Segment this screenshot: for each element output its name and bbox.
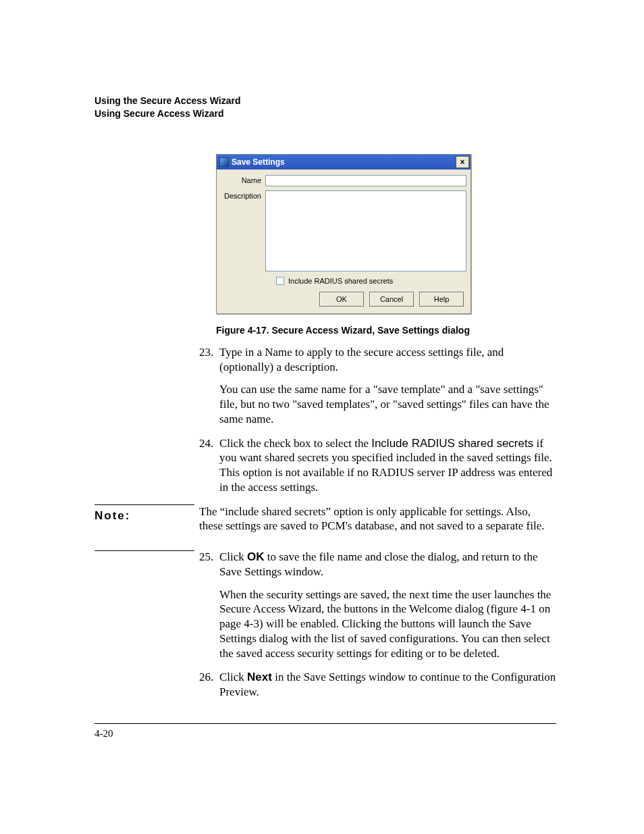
include-secrets-label: Include RADIUS shared secrets bbox=[288, 277, 393, 285]
button-row: OK Cancel Help bbox=[221, 292, 466, 309]
name-input[interactable] bbox=[265, 175, 466, 186]
step-26: 26. Click Next in the Save Settings wind… bbox=[199, 670, 556, 700]
ui-term: OK bbox=[247, 550, 265, 563]
header-line2: Using Secure Access Wizard bbox=[95, 107, 556, 120]
close-icon: × bbox=[460, 158, 464, 166]
include-secrets-checkbox[interactable] bbox=[276, 277, 284, 285]
figure: Save Settings × Name Description Include bbox=[216, 154, 556, 336]
body-column: 23. Type in a Name to apply to the secur… bbox=[199, 345, 556, 700]
ok-button[interactable]: OK bbox=[319, 292, 364, 307]
step-24: 24. Click the check box to select the In… bbox=[199, 436, 556, 495]
description-input[interactable] bbox=[265, 190, 466, 271]
checkbox-row: Include RADIUS shared secrets bbox=[276, 277, 466, 285]
note-label: Note: bbox=[95, 509, 130, 523]
note-rule bbox=[95, 504, 194, 505]
step-number: 24. bbox=[199, 436, 219, 495]
cancel-button[interactable]: Cancel bbox=[369, 292, 414, 307]
step-text: Click Next in the Save Settings window t… bbox=[219, 670, 556, 700]
note-rule bbox=[95, 550, 194, 551]
page-footer: 4-20 bbox=[95, 723, 556, 739]
name-row: Name bbox=[221, 175, 466, 186]
ui-term: Include RADIUS shared secrets bbox=[371, 437, 533, 450]
step-25: 25. Click OK to save the file name and c… bbox=[199, 550, 556, 660]
text-run: Click bbox=[219, 671, 247, 683]
name-label: Name bbox=[221, 175, 265, 184]
running-header: Using the Secure Access Wizard Using Sec… bbox=[95, 95, 556, 120]
note-block: Note: The “include shared secrets” optio… bbox=[199, 504, 556, 534]
text-run: Click the check box to select the bbox=[219, 437, 371, 450]
step-number: 26. bbox=[199, 670, 219, 700]
step-text: Click the check box to select the Includ… bbox=[219, 436, 556, 495]
footer-rule bbox=[95, 723, 556, 724]
text-run: to save the file name and close the dial… bbox=[219, 550, 538, 578]
step-list: 25. Click OK to save the file name and c… bbox=[199, 550, 556, 700]
description-label: Description bbox=[221, 190, 265, 200]
text-run: Click bbox=[219, 550, 247, 563]
description-row: Description bbox=[221, 190, 466, 271]
close-button[interactable]: × bbox=[456, 156, 469, 168]
step-number: 25. bbox=[199, 550, 219, 660]
step-text: When the security settings are saved, th… bbox=[219, 588, 556, 661]
dialog-title: Save Settings bbox=[232, 157, 285, 167]
help-button[interactable]: Help bbox=[419, 292, 464, 307]
step-23: 23. Type in a Name to apply to the secur… bbox=[199, 345, 556, 427]
note-text: The “include shared secrets” option is o… bbox=[199, 504, 556, 534]
ui-term: Next bbox=[247, 671, 272, 683]
step-text: Click OK to save the file name and close… bbox=[219, 550, 556, 579]
figure-caption: Figure 4-17. Secure Access Wizard, Save … bbox=[216, 325, 556, 336]
step-text: You can use the same name for a "save te… bbox=[219, 382, 556, 426]
header-line1: Using the Secure Access Wizard bbox=[95, 95, 556, 107]
dialog-body: Name Description Include RADIUS shared s… bbox=[217, 170, 471, 313]
page-number: 4-20 bbox=[95, 728, 556, 739]
step-number: 23. bbox=[199, 345, 219, 427]
step-list: 23. Type in a Name to apply to the secur… bbox=[199, 345, 556, 495]
titlebar-left: Save Settings bbox=[219, 157, 285, 167]
app-icon bbox=[219, 157, 229, 167]
dialog-titlebar: Save Settings × bbox=[217, 155, 471, 170]
step-text: Type in a Name to apply to the secure ac… bbox=[219, 345, 556, 375]
save-settings-dialog: Save Settings × Name Description Include bbox=[216, 154, 471, 314]
